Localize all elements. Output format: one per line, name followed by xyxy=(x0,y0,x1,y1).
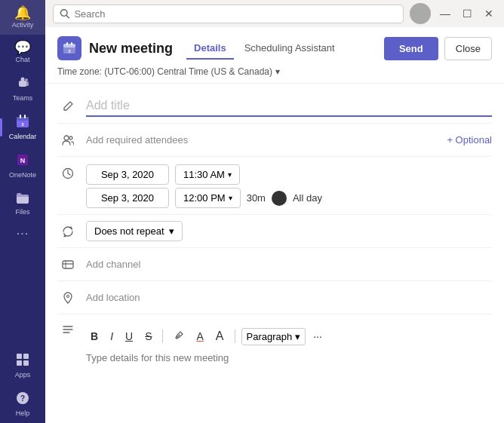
end-datetime-row: Sep 3, 2020 12:00 PM ▾ 30m All day xyxy=(86,188,492,208)
minimize-button[interactable]: — xyxy=(437,6,453,21)
clock-icon xyxy=(57,167,78,179)
end-time-picker[interactable]: 12:00 PM ▾ xyxy=(175,188,241,208)
svg-rect-14 xyxy=(17,360,22,366)
timezone-label: Time zone: (UTC-06:00) Central Time (US … xyxy=(57,66,272,77)
sidebar: 🔔 Activity 💬 Chat Teams 3 Calend xyxy=(0,0,45,423)
sidebar-item-calendar[interactable]: 3 Calendar xyxy=(0,108,45,146)
attendees-placeholder[interactable]: Add required attendees xyxy=(86,134,447,146)
title-row xyxy=(57,90,492,124)
strikethrough-button[interactable]: S xyxy=(140,327,156,345)
svg-text:?: ? xyxy=(20,394,25,403)
start-time-picker[interactable]: 11:30 AM ▾ xyxy=(175,164,240,185)
end-time-chevron: ▾ xyxy=(229,194,232,202)
svg-rect-5 xyxy=(17,117,29,121)
font-highlight-button[interactable] xyxy=(169,327,189,346)
svg-point-26 xyxy=(69,136,72,139)
allday-toggle[interactable] xyxy=(272,191,287,206)
toolbar-divider-2 xyxy=(235,330,235,343)
close-meeting-button[interactable]: Close xyxy=(444,37,492,60)
end-date-picker[interactable]: Sep 3, 2020 xyxy=(86,188,169,208)
search-input[interactable] xyxy=(74,8,397,20)
details-icon xyxy=(57,323,78,336)
timezone-bar[interactable]: Time zone: (UTC-06:00) Central Time (US … xyxy=(45,60,504,84)
sidebar-item-apps[interactable]: Apps xyxy=(0,346,45,385)
timezone-chevron-icon: ▾ xyxy=(275,66,280,77)
sidebar-item-files[interactable]: Files xyxy=(0,185,45,222)
svg-point-25 xyxy=(64,136,69,140)
sidebar-label-files: Files xyxy=(15,208,29,216)
optional-button[interactable]: + Optional xyxy=(447,134,492,146)
svg-rect-15 xyxy=(23,360,29,366)
search-box[interactable] xyxy=(53,5,404,23)
svg-point-31 xyxy=(67,295,69,297)
search-icon xyxy=(60,8,69,19)
sidebar-item-more[interactable]: ··· xyxy=(0,222,45,246)
italic-button[interactable]: I xyxy=(106,327,118,345)
repeat-dropdown[interactable]: Does not repeat ▾ xyxy=(86,221,183,241)
svg-rect-6 xyxy=(20,115,21,118)
meeting-tabs: Details Scheduling Assistant xyxy=(186,38,343,60)
title-input[interactable] xyxy=(86,96,492,117)
sidebar-item-teams[interactable]: Teams xyxy=(0,69,45,108)
bold-button[interactable]: B xyxy=(86,327,103,345)
teams-icon xyxy=(15,75,30,93)
paragraph-dropdown[interactable]: Paragraph ▾ xyxy=(241,328,306,345)
location-row: Add location xyxy=(57,281,492,314)
location-content: Add location xyxy=(86,292,492,303)
title-content xyxy=(86,96,492,117)
meeting-panel: 3 New meeting Details Scheduling Assista… xyxy=(45,27,504,423)
svg-text:N: N xyxy=(20,157,26,164)
attendees-row: Add required attendees + Optional xyxy=(57,124,492,157)
svg-rect-23 xyxy=(71,42,72,45)
main-area: — ☐ ✕ 3 New meeting Details Scheduling A… xyxy=(45,0,504,423)
location-icon xyxy=(57,292,78,304)
channel-content: Add channel xyxy=(86,259,492,270)
start-date-picker[interactable]: Sep 3, 2020 xyxy=(86,164,169,185)
tab-details[interactable]: Details xyxy=(186,38,234,60)
sidebar-label-chat: Chat xyxy=(15,56,29,63)
onenote-icon: N xyxy=(15,152,30,170)
sidebar-label-calendar: Calendar xyxy=(9,133,37,140)
repeat-label: Does not repeat xyxy=(94,225,164,237)
channel-icon xyxy=(57,259,78,271)
tab-scheduling[interactable]: Scheduling Assistant xyxy=(237,38,343,60)
attendees-content: Add required attendees + Optional xyxy=(86,134,492,146)
meeting-header: 3 New meeting Details Scheduling Assista… xyxy=(45,27,504,60)
channel-row: Add channel xyxy=(57,248,492,281)
details-input[interactable] xyxy=(86,349,492,378)
more-icon: ··· xyxy=(17,228,29,240)
highlight-icon xyxy=(174,330,184,341)
edit-icon xyxy=(57,100,78,112)
more-options-button[interactable]: ··· xyxy=(309,327,327,345)
title-bar: — ☐ ✕ xyxy=(45,0,504,27)
formatting-toolbar: B I U S A A Pa xyxy=(86,320,327,349)
repeat-content: Does not repeat ▾ xyxy=(86,221,492,241)
meeting-panel-icon: 3 xyxy=(57,36,81,60)
send-button[interactable]: Send xyxy=(384,37,438,60)
underline-button[interactable]: U xyxy=(121,327,137,345)
location-placeholder[interactable]: Add location xyxy=(86,292,140,303)
channel-placeholder[interactable]: Add channel xyxy=(86,259,140,270)
apps-icon xyxy=(15,352,30,369)
close-window-button[interactable]: ✕ xyxy=(481,6,496,21)
sidebar-item-activity[interactable]: 🔔 Activity xyxy=(0,0,45,35)
sidebar-label-help: Help xyxy=(16,409,30,417)
maximize-button[interactable]: ☐ xyxy=(459,6,475,21)
sidebar-item-help[interactable]: ? Help xyxy=(0,385,45,423)
attendees-icon xyxy=(57,134,78,146)
svg-point-1 xyxy=(21,78,25,81)
font-color-button[interactable]: A xyxy=(192,327,207,345)
window-controls: — ☐ ✕ xyxy=(437,6,496,21)
repeat-chevron-icon: ▾ xyxy=(169,225,174,237)
svg-rect-3 xyxy=(24,81,29,86)
chat-icon: 💬 xyxy=(14,41,31,54)
start-time-chevron: ▾ xyxy=(228,170,232,179)
sidebar-item-chat[interactable]: 💬 Chat xyxy=(0,35,45,69)
svg-rect-12 xyxy=(17,354,22,359)
font-size-button[interactable]: A xyxy=(211,326,229,346)
sidebar-item-onenote[interactable]: N OneNote xyxy=(0,146,45,185)
allday-label: All day xyxy=(293,192,322,204)
activity-icon: 🔔 xyxy=(14,6,31,20)
svg-rect-28 xyxy=(63,261,73,268)
sidebar-label-activity: Activity xyxy=(12,21,34,29)
